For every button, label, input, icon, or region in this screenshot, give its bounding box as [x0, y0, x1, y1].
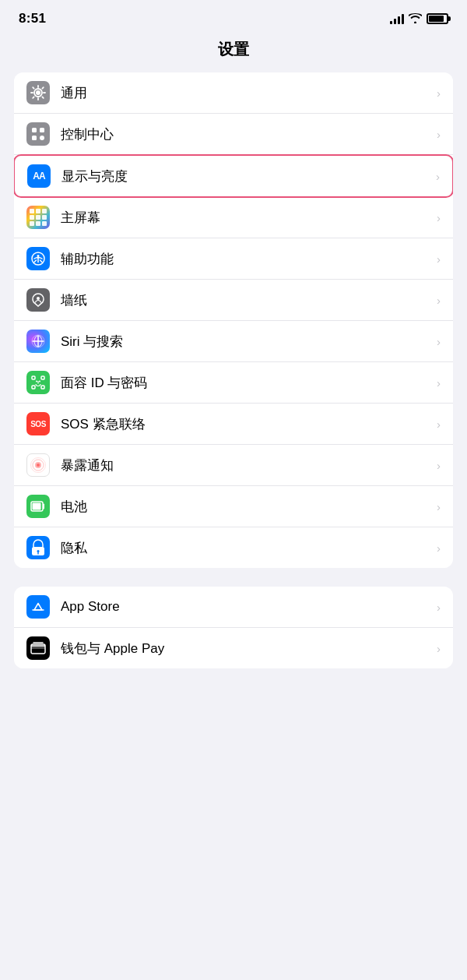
display-chevron: › [436, 170, 440, 183]
svg-point-8 [37, 297, 40, 300]
privacy-icon [26, 536, 50, 559]
wallpaper-icon [26, 288, 50, 312]
homescreen-chevron: › [437, 211, 441, 224]
siri-label: Siri 与搜索 [61, 333, 437, 351]
exposure-chevron: › [437, 459, 441, 472]
general-icon [26, 81, 50, 104]
sos-icon: SOS [26, 412, 50, 435]
accessibility-chevron: › [437, 252, 441, 266]
svg-point-17 [36, 381, 37, 382]
settings-row-general[interactable]: 通用 › [14, 72, 453, 114]
settings-row-control-center[interactable]: 控制中心 › [14, 114, 453, 155]
settings-row-appstore[interactable]: App Store › [14, 587, 453, 628]
siri-chevron: › [437, 335, 441, 348]
homescreen-label: 主屏幕 [61, 209, 437, 227]
battery-row-icon [26, 495, 50, 518]
control-center-chevron: › [437, 128, 441, 141]
wallet-label: 钱包与 Apple Pay [61, 640, 437, 657]
settings-row-accessibility[interactable]: 辅助功能 › [14, 238, 453, 280]
status-bar: 8:51 [0, 0, 467, 33]
sos-chevron: › [437, 418, 441, 431]
svg-point-7 [37, 255, 40, 257]
appstore-icon [26, 595, 50, 619]
settings-row-faceid[interactable]: 面容 ID 与密码 › [14, 362, 453, 404]
svg-rect-14 [41, 376, 44, 379]
general-label: 通用 [61, 84, 437, 102]
svg-point-18 [39, 381, 40, 382]
faceid-chevron: › [437, 376, 441, 390]
svg-rect-13 [32, 376, 35, 379]
svg-rect-4 [32, 136, 37, 140]
status-icons [390, 12, 448, 26]
svg-rect-15 [32, 386, 35, 389]
homescreen-icon [26, 206, 50, 229]
battery-icon [427, 13, 448, 24]
accessibility-label: 辅助功能 [61, 250, 437, 268]
exposure-label: 暴露通知 [61, 457, 437, 474]
settings-row-privacy[interactable]: 隐私 › [14, 527, 453, 568]
wifi-icon [409, 12, 422, 26]
settings-row-wallet[interactable]: 钱包与 Apple Pay › [14, 628, 453, 668]
display-icon: AA [27, 164, 51, 188]
settings-row-exposure[interactable]: 暴露通知 › [14, 445, 453, 486]
wallet-icon [26, 636, 50, 660]
privacy-chevron: › [437, 541, 441, 555]
display-label: 显示与亮度 [61, 167, 436, 185]
signal-icon [390, 13, 404, 24]
wallpaper-chevron: › [437, 294, 441, 307]
settings-section-store: App Store › 钱包与 Apple Pay › [14, 587, 453, 668]
siri-icon [26, 330, 50, 353]
wallet-chevron: › [437, 642, 441, 655]
control-center-icon [26, 122, 50, 146]
privacy-label: 隐私 [61, 539, 437, 557]
settings-row-homescreen[interactable]: 主屏幕 › [14, 197, 453, 238]
settings-row-wallpaper[interactable]: 墙纸 › [14, 280, 453, 321]
settings-row-siri[interactable]: Siri 与搜索 › [14, 321, 453, 362]
exposure-icon [26, 453, 50, 477]
svg-point-21 [37, 464, 40, 467]
settings-row-battery[interactable]: 电池 › [14, 486, 453, 527]
control-center-label: 控制中心 [61, 125, 437, 143]
accessibility-icon [26, 247, 50, 270]
status-time: 8:51 [19, 11, 46, 26]
settings-row-sos[interactable]: SOS SOS 紧急联络 › [14, 404, 453, 445]
page-title: 设置 [0, 33, 467, 72]
svg-rect-2 [32, 128, 37, 132]
battery-chevron: › [437, 500, 441, 513]
faceid-icon [26, 371, 50, 394]
svg-rect-3 [40, 128, 44, 132]
settings-section-general: 通用 › 控制中心 › AA 显示与亮度 › [14, 72, 453, 568]
svg-point-5 [40, 136, 44, 140]
settings-row-display[interactable]: AA 显示与亮度 › [14, 154, 453, 198]
appstore-chevron: › [437, 601, 441, 614]
svg-rect-25 [33, 503, 41, 510]
general-chevron: › [437, 86, 441, 100]
wallpaper-label: 墙纸 [61, 291, 437, 309]
svg-point-0 [36, 90, 40, 95]
faceid-label: 面容 ID 与密码 [61, 374, 437, 392]
battery-label: 电池 [61, 498, 437, 516]
svg-rect-16 [41, 386, 44, 389]
sos-label: SOS 紧急联络 [61, 415, 437, 433]
appstore-label: App Store [61, 599, 437, 615]
